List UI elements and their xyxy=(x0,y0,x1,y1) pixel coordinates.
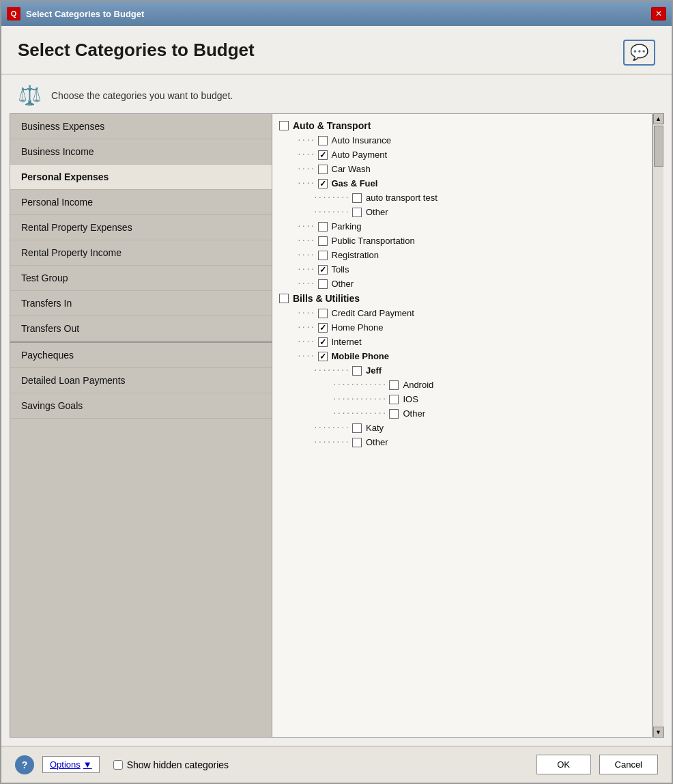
label-katy-other: Other xyxy=(366,437,388,447)
left-item-rental-expenses[interactable]: Rental Property Expenses xyxy=(10,215,272,240)
checkbox-gas-fuel[interactable] xyxy=(318,179,328,188)
category-registration[interactable]: ···· Registration xyxy=(278,248,649,262)
label-registration: Registration xyxy=(332,250,379,260)
right-panel: Auto & Transport ···· Auto Insurance ···… xyxy=(272,113,653,738)
label-auto-payment: Auto Payment xyxy=(332,150,388,160)
scroll-up-arrow[interactable]: ▲ xyxy=(653,113,664,124)
label-internet: Internet xyxy=(332,337,362,347)
label-gas-other: Other xyxy=(366,207,388,217)
label-gas-fuel: Gas & Fuel xyxy=(332,178,378,188)
checkbox-jeff-other[interactable] xyxy=(389,409,399,419)
checkbox-internet[interactable] xyxy=(318,337,328,347)
chat-icon[interactable]: 💬 xyxy=(623,40,655,66)
left-item-paycheques[interactable]: Paycheques xyxy=(10,343,272,368)
left-item-transfers-out[interactable]: Transfers Out xyxy=(10,316,272,341)
scroll-down-arrow[interactable]: ▼ xyxy=(653,727,664,738)
ok-button[interactable]: OK xyxy=(536,755,591,774)
titlebar-left: Q Select Categories to Budget xyxy=(7,7,144,20)
category-ios[interactable]: ············ IOS xyxy=(278,392,649,406)
checkbox-credit-card[interactable] xyxy=(318,309,328,318)
label-auto-other: Other xyxy=(332,279,354,289)
checkbox-auto-payment[interactable] xyxy=(318,150,328,160)
left-item-savings-goals[interactable]: Savings Goals xyxy=(10,393,272,419)
label-home-phone: Home Phone xyxy=(332,322,384,333)
window-title: Select Categories to Budget xyxy=(26,9,144,19)
checkbox-car-wash[interactable] xyxy=(318,165,328,174)
cancel-button[interactable]: Cancel xyxy=(599,755,658,774)
show-hidden-area: Show hidden categories xyxy=(108,759,528,770)
category-auto-other[interactable]: ···· Other xyxy=(278,277,649,291)
category-gas-fuel[interactable]: ···· Gas & Fuel xyxy=(278,176,649,191)
category-list[interactable]: Auto & Transport ···· Auto Insurance ···… xyxy=(272,114,652,737)
label-auto-insurance: Auto Insurance xyxy=(332,135,391,145)
label-android: Android xyxy=(403,380,433,390)
checkbox-jeff[interactable] xyxy=(352,366,362,376)
checkbox-home-phone[interactable] xyxy=(318,323,328,333)
subtitle-text: Choose the categories you want to budget… xyxy=(51,90,233,101)
left-item-business-income[interactable]: Business Income xyxy=(10,139,272,165)
checkbox-parking[interactable] xyxy=(318,222,328,232)
checkbox-bills-utilities[interactable] xyxy=(279,294,289,303)
category-android[interactable]: ············ Android xyxy=(278,378,649,392)
category-public-transport[interactable]: ···· Public Transportation xyxy=(278,234,649,248)
label-parking: Parking xyxy=(332,221,362,232)
checkbox-ios[interactable] xyxy=(389,395,399,404)
left-item-rental-income[interactable]: Rental Property Income xyxy=(10,240,272,266)
label-katy: Katy xyxy=(366,423,384,433)
category-mobile-phone[interactable]: ···· Mobile Phone xyxy=(278,349,649,363)
left-item-transfers-in[interactable]: Transfers In xyxy=(10,291,272,316)
checkbox-gas-other[interactable] xyxy=(352,208,362,217)
show-hidden-checkbox[interactable] xyxy=(113,760,123,770)
checkbox-mobile-phone[interactable] xyxy=(318,352,328,361)
scroll-thumb[interactable] xyxy=(654,126,663,167)
checkbox-auto-insurance[interactable] xyxy=(318,136,328,145)
options-button[interactable]: Options ▼ xyxy=(42,756,100,773)
left-item-personal-expenses[interactable]: Personal Expenses xyxy=(10,165,272,190)
label-bills-utilities: Bills & Utilities xyxy=(293,293,360,304)
category-auto-insurance[interactable]: ···· Auto Insurance xyxy=(278,133,649,148)
category-gas-other[interactable]: ········ Other xyxy=(278,205,649,219)
left-panel: Business Expenses Business Income Person… xyxy=(10,113,272,738)
category-auto-transport-test[interactable]: ········ auto transport test xyxy=(278,191,649,205)
category-katy[interactable]: ········ Katy xyxy=(278,421,649,435)
dialog-title: Select Categories to Budget xyxy=(18,40,255,61)
checkbox-auto-transport-test[interactable] xyxy=(352,193,362,203)
help-button[interactable]: ? xyxy=(15,755,34,774)
category-home-phone[interactable]: ···· Home Phone xyxy=(278,320,649,335)
checkbox-katy-other[interactable] xyxy=(352,438,362,447)
label-auto-transport-test: auto transport test xyxy=(366,193,438,203)
checkbox-public-transport[interactable] xyxy=(318,236,328,246)
category-internet[interactable]: ···· Internet xyxy=(278,335,649,349)
category-bills-utilities[interactable]: Bills & Utilities xyxy=(278,291,649,306)
checkbox-registration[interactable] xyxy=(318,251,328,260)
scales-icon: ⚖️ xyxy=(18,84,42,107)
close-button[interactable]: ✕ xyxy=(651,7,666,20)
options-arrow-icon: ▼ xyxy=(83,759,92,770)
category-car-wash[interactable]: ···· Car Wash xyxy=(278,162,649,176)
category-jeff-other[interactable]: ············ Other xyxy=(278,406,649,421)
category-auto-transport[interactable]: Auto & Transport xyxy=(278,118,649,133)
category-parking[interactable]: ···· Parking xyxy=(278,219,649,234)
category-tolls[interactable]: ···· Tolls xyxy=(278,262,649,277)
category-auto-payment[interactable]: ···· Auto Payment xyxy=(278,148,649,162)
label-car-wash: Car Wash xyxy=(332,164,371,174)
dialog-body: Select Categories to Budget 💬 ⚖️ Choose … xyxy=(1,26,672,783)
checkbox-auto-transport[interactable] xyxy=(279,121,289,130)
app-icon: Q xyxy=(7,7,20,20)
checkbox-tolls[interactable] xyxy=(318,265,328,275)
content-area: Business Expenses Business Income Person… xyxy=(1,113,672,746)
left-item-test-group[interactable]: Test Group xyxy=(10,266,272,291)
category-katy-other[interactable]: ········ Other xyxy=(278,435,649,449)
category-jeff[interactable]: ········ Jeff xyxy=(278,363,649,378)
checkbox-katy[interactable] xyxy=(352,423,362,433)
label-jeff-other: Other xyxy=(403,408,425,419)
category-credit-card[interactable]: ···· Credit Card Payment xyxy=(278,306,649,320)
left-item-detailed-loan[interactable]: Detailed Loan Payments xyxy=(10,368,272,393)
checkbox-android[interactable] xyxy=(389,380,399,390)
left-item-business-expenses[interactable]: Business Expenses xyxy=(10,114,272,139)
left-item-personal-income[interactable]: Personal Income xyxy=(10,190,272,215)
bottom-bar: ? Options ▼ Show hidden categories OK Ca… xyxy=(1,746,672,783)
subtitle-row: ⚖️ Choose the categories you want to bud… xyxy=(1,74,672,113)
checkbox-auto-other[interactable] xyxy=(318,279,328,289)
scrollbar[interactable]: ▲ ▼ xyxy=(653,113,663,738)
